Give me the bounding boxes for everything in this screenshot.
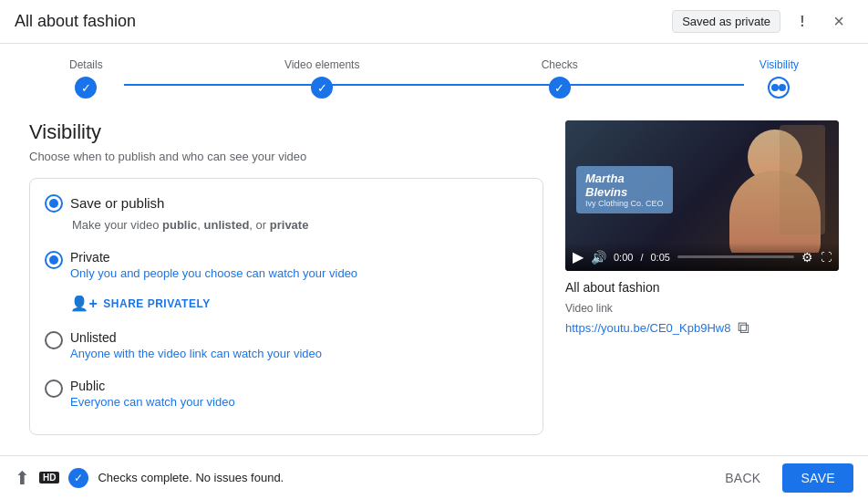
section-subtitle: Choose when to publish and who can see y… (29, 150, 543, 163)
options-box: Save or publish Make your video public, … (29, 178, 543, 435)
step-details-check: ✓ (81, 81, 91, 95)
checks-complete-icon: ✓ (68, 468, 88, 488)
option-public[interactable]: Public Everyone can watch your video (45, 371, 528, 416)
fullscreen-icon: ⛶ (821, 251, 832, 264)
public-radio[interactable] (45, 379, 63, 398)
header-actions: Saved as private ! × (672, 7, 853, 36)
copy-link-button[interactable]: ⧉ (738, 318, 749, 338)
steps-wrapper: Details ✓ Video elements ✓ Checks ✓ Visi… (69, 58, 799, 99)
option-unlisted[interactable]: Unlisted Anyone with the video link can … (45, 323, 528, 368)
subtitle-bold2: unlisted (204, 218, 250, 232)
video-link-row: https://youtu.be/CE0_Kpb9Hw8 ⧉ (565, 318, 839, 338)
time-sep: / (640, 252, 643, 263)
video-link-url[interactable]: https://youtu.be/CE0_Kpb9Hw8 (565, 321, 730, 335)
option-private[interactable]: Private Only you and people you choose c… (45, 243, 528, 287)
progress-bar[interactable] (677, 255, 794, 258)
unlisted-label: Unlisted (70, 330, 322, 345)
step-details-circle: ✓ (75, 77, 97, 99)
back-button[interactable]: BACK (714, 463, 771, 493)
hd-badge: HD (39, 472, 59, 483)
saved-badge: Saved as private (672, 10, 780, 33)
private-radio[interactable] (45, 251, 63, 269)
save-button[interactable]: SAVE (782, 463, 853, 493)
page-title: All about fashion (15, 12, 136, 31)
private-label: Private (70, 250, 357, 265)
alert-button[interactable]: ! (788, 7, 817, 36)
unlisted-radio[interactable] (45, 331, 63, 349)
step-video-elements-check: ✓ (317, 81, 327, 95)
private-desc: Only you and people you choose can watch… (70, 266, 357, 280)
step-details: Details ✓ (69, 58, 103, 99)
play-icon: ▶ (573, 248, 584, 265)
subtitle-bold3: private (270, 218, 309, 232)
volume-icon: 🔊 (591, 250, 606, 265)
volume-button[interactable]: 🔊 (591, 250, 606, 265)
step-video-elements: Video elements ✓ (284, 58, 360, 99)
close-button[interactable]: × (824, 7, 853, 36)
step-details-label: Details (69, 58, 103, 71)
copy-icon: ⧉ (738, 318, 749, 337)
step-visibility-dot (771, 84, 779, 91)
time-total: 0:05 (650, 252, 669, 263)
step-visibility: Visibility (760, 58, 799, 99)
time-current: 0:00 (614, 252, 633, 263)
name-card: Martha Blevins Ivy Clothing Co. CEO (576, 166, 673, 213)
step-checks: Checks ✓ (542, 58, 578, 99)
public-label: Public (70, 379, 235, 393)
alert-icon: ! (800, 14, 804, 30)
steps-track (124, 84, 744, 86)
step-visibility-circle (768, 77, 790, 99)
track-2 (331, 84, 538, 86)
footer: ⬆ HD ✓ Checks complete. No issues found.… (0, 455, 868, 499)
unlisted-desc: Anyone with the video link can watch you… (70, 347, 322, 360)
step-checks-circle: ✓ (549, 77, 571, 99)
footer-left: ⬆ HD ✓ Checks complete. No issues found. (15, 467, 284, 489)
settings-button[interactable]: ⚙ (801, 250, 813, 265)
settings-icon: ⚙ (801, 250, 813, 265)
main-content: Visibility Choose when to publish and wh… (0, 106, 868, 452)
footer-status: Checks complete. No issues found. (98, 471, 284, 484)
right-panel: Martha Blevins Ivy Clothing Co. CEO ▶ 🔊 … (565, 120, 839, 437)
private-radio-inner (49, 255, 58, 265)
left-panel: Visibility Choose when to publish and wh… (29, 120, 543, 437)
share-privately-button[interactable]: 👤+ SHARE PRIVATELY (70, 291, 211, 316)
person-hair (780, 125, 825, 234)
share-privately-icon: 👤+ (70, 295, 98, 312)
public-option-content: Public Everyone can watch your video (70, 379, 235, 409)
private-option-content: Private Only you and people you choose c… (70, 250, 357, 280)
steps-container: Details ✓ Video elements ✓ Checks ✓ Visi… (0, 44, 868, 106)
person-area (725, 125, 825, 253)
play-button[interactable]: ▶ (573, 248, 584, 265)
fullscreen-button[interactable]: ⛶ (821, 251, 832, 264)
close-icon: × (833, 11, 844, 32)
save-or-publish-radio-inner (49, 199, 58, 208)
section-title: Visibility (29, 120, 543, 144)
save-or-publish-radio[interactable] (45, 194, 63, 213)
step-visibility-label: Visibility (760, 58, 799, 71)
subtitle-bold1: public (162, 218, 197, 232)
option-group-title-text: Save or publish (70, 195, 164, 211)
step-checks-check: ✓ (554, 81, 564, 95)
step-video-elements-circle: ✓ (311, 77, 333, 99)
unlisted-option-content: Unlisted Anyone with the video link can … (70, 330, 322, 360)
option-group-header: Save or publish (45, 193, 528, 213)
upload-icon: ⬆ (15, 467, 30, 489)
public-desc: Everyone can watch your video (70, 395, 235, 409)
video-thumbnail: Martha Blevins Ivy Clothing Co. CEO ▶ 🔊 … (565, 120, 839, 271)
name-card-title: Ivy Clothing Co. CEO (585, 199, 664, 208)
option-group-subtitle: Make your video public, unlisted, or pri… (72, 218, 528, 232)
name-card-name: Martha Blevins (585, 172, 664, 199)
video-link-label: Video link (565, 302, 839, 315)
video-controls: ▶ 🔊 0:00 / 0:05 ⚙ ⛶ (565, 243, 839, 271)
footer-right: BACK SAVE (714, 463, 853, 493)
step-checks-label: Checks (542, 58, 578, 71)
video-title: All about fashion (565, 280, 839, 295)
step-video-elements-label: Video elements (284, 58, 360, 71)
share-privately-label: SHARE PRIVATELY (103, 297, 210, 310)
header: All about fashion Saved as private ! × (0, 0, 868, 44)
